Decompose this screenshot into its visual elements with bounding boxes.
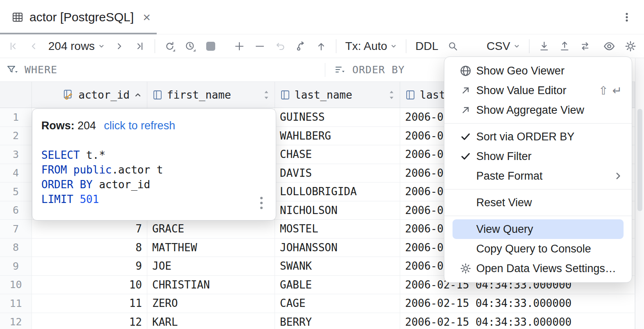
import-icon[interactable] xyxy=(559,41,570,52)
sort-toggle-icon[interactable] xyxy=(263,90,270,100)
revert-icon[interactable] xyxy=(275,41,286,52)
export-format-dropdown[interactable]: CSV xyxy=(486,40,520,53)
menu-item-label: Paste Format xyxy=(476,170,613,183)
sort-ascending-icon[interactable] xyxy=(134,91,142,99)
cell-last-name[interactable]: SWANK xyxy=(275,257,400,276)
cell-last-name[interactable]: GUINESS xyxy=(275,108,400,127)
row-number[interactable]: 6 xyxy=(0,201,32,220)
row-number[interactable]: 7 xyxy=(0,220,32,239)
delete-row-icon[interactable] xyxy=(254,41,266,52)
cell-last-name[interactable]: CHASE xyxy=(275,145,400,164)
cell-first-name[interactable]: JOE xyxy=(147,257,275,276)
cell-last-name[interactable]: DAVIS xyxy=(275,164,400,183)
row-number[interactable]: 8 xyxy=(0,239,32,257)
menu-item-shortcut: ⇧↵ xyxy=(599,84,626,97)
add-row-icon[interactable] xyxy=(234,41,245,52)
menu-item-show-aggregate-view[interactable]: Show Aggregate View xyxy=(444,100,632,120)
history-icon[interactable] xyxy=(185,41,196,52)
cell-first-name[interactable]: KARL xyxy=(147,313,275,329)
cell-first-name[interactable]: MATTHEW xyxy=(147,239,275,257)
row-number[interactable]: 3 xyxy=(0,145,32,164)
refresh-link[interactable]: click to refresh xyxy=(104,119,175,132)
more-options-icon[interactable] xyxy=(621,11,633,23)
next-page-icon[interactable] xyxy=(114,41,125,52)
rows-label: Rows: xyxy=(41,119,74,132)
cell-first-name[interactable]: GRACE xyxy=(147,220,275,239)
row-number[interactable]: 10 xyxy=(0,276,32,295)
cell-last-update[interactable]: 2006-02-15 04:34:33.000000 xyxy=(400,313,635,329)
cell-actor-id[interactable]: 7 xyxy=(32,220,147,239)
menu-item-label: Show Aggregate View xyxy=(476,104,624,117)
cell-last-update[interactable]: 2006-02-15 04:34:33.000000 xyxy=(400,294,635,313)
menu-item-show-value-editor[interactable]: Show Value Editor⇧↵ xyxy=(444,81,632,100)
menu-item-label: Copy Query to Console xyxy=(476,243,624,255)
previous-page-icon[interactable] xyxy=(28,41,39,52)
cell-last-name[interactable]: CAGE xyxy=(275,294,400,313)
menu-item-sort-via-order-by[interactable]: Sort via ORDER BY xyxy=(444,127,632,146)
column-header-last-name[interactable]: last_name xyxy=(275,82,400,108)
where-filter[interactable]: WHERE xyxy=(0,64,325,76)
cell-last-name[interactable]: JOHANSSON xyxy=(275,239,400,257)
cell-actor-id[interactable]: 10 xyxy=(32,276,147,295)
row-number[interactable]: 9 xyxy=(0,257,32,276)
menu-separator xyxy=(444,189,632,189)
order-by-filter[interactable]: ORDER BY xyxy=(325,64,405,76)
menu-item-open-data-views-settings[interactable]: Open Data Views Settings… xyxy=(444,259,632,278)
sort-toggle-icon[interactable] xyxy=(388,90,395,100)
first-page-icon[interactable] xyxy=(7,41,19,52)
menu-item-paste-format[interactable]: Paste Format xyxy=(444,166,632,186)
page-size-dropdown[interactable]: 204 rows xyxy=(48,40,105,53)
column-header-actor-id[interactable]: actor_id xyxy=(32,82,147,108)
menu-item-label: Open Data Views Settings… xyxy=(476,262,624,275)
cell-last-name[interactable]: MOSTEL xyxy=(275,220,400,239)
menu-item-label: Show Filter xyxy=(476,150,624,163)
cell-last-name[interactable]: LOLLOBRIGIDA xyxy=(275,183,400,201)
cell-actor-id[interactable]: 11 xyxy=(32,294,147,313)
last-page-icon[interactable] xyxy=(134,41,146,52)
cell-first-name[interactable]: ZERO xyxy=(147,294,275,313)
row-number[interactable]: 12 xyxy=(0,313,32,329)
settings-icon[interactable] xyxy=(624,40,637,52)
table-icon xyxy=(11,11,24,23)
row-number[interactable]: 2 xyxy=(0,127,32,146)
vertical-scrollbar[interactable] xyxy=(635,58,644,329)
menu-item-show-geo-viewer[interactable]: Show Geo Viewer xyxy=(444,61,632,81)
column-header-first-name[interactable]: first_name xyxy=(147,82,275,108)
preview-icon[interactable] xyxy=(603,40,615,52)
menu-item-view-query[interactable]: View Query xyxy=(453,219,624,239)
table-row: 1111ZEROCAGE2006-02-15 04:34:33.000000 xyxy=(0,294,635,313)
tab-actor-postgresql[interactable]: actor [PostgreSQL] × xyxy=(0,0,160,34)
ddl-button[interactable]: DDL xyxy=(415,40,438,53)
submit-icon[interactable] xyxy=(295,41,306,52)
ellipsis-icon[interactable] xyxy=(256,195,267,211)
commit-icon[interactable] xyxy=(315,41,327,52)
row-number[interactable]: 5 xyxy=(0,183,32,201)
scrollbar-thumb[interactable] xyxy=(637,109,642,211)
stop-icon[interactable] xyxy=(205,41,216,52)
cell-actor-id[interactable]: 8 xyxy=(32,239,147,257)
close-icon[interactable]: × xyxy=(143,11,151,24)
row-number[interactable]: 1 xyxy=(0,108,32,127)
transfer-icon[interactable] xyxy=(579,41,591,52)
cell-first-name[interactable]: CHRISTIAN xyxy=(147,276,275,295)
transaction-mode-dropdown[interactable]: Tx: Auto xyxy=(345,40,397,53)
checkmark-icon xyxy=(455,131,476,142)
menu-item-show-filter[interactable]: Show Filter xyxy=(444,146,632,166)
row-number[interactable]: 4 xyxy=(0,164,32,183)
menu-item-reset-view[interactable]: Reset View xyxy=(444,193,632,212)
cell-last-name[interactable]: GABLE xyxy=(275,276,400,295)
menu-item-copy-query-to-console[interactable]: Copy Query to Console xyxy=(444,239,632,259)
cell-last-name[interactable]: WAHLBERG xyxy=(275,127,400,146)
cell-last-name[interactable]: BERRY xyxy=(275,313,400,329)
cell-actor-id[interactable]: 12 xyxy=(32,313,147,329)
column-name: first_name xyxy=(167,89,231,101)
search-icon[interactable] xyxy=(447,41,459,52)
export-icon[interactable] xyxy=(538,41,550,52)
context-menu: Show Geo ViewerShow Value Editor⇧↵Show A… xyxy=(444,56,632,283)
cell-last-name[interactable]: NICHOLSON xyxy=(275,201,400,220)
refresh-icon[interactable] xyxy=(164,41,176,52)
globe-icon xyxy=(455,65,476,77)
cell-actor-id[interactable]: 9 xyxy=(32,257,147,276)
row-number[interactable]: 11 xyxy=(0,294,32,313)
tooltip-header: Rows: 204 click to refresh xyxy=(41,119,267,132)
